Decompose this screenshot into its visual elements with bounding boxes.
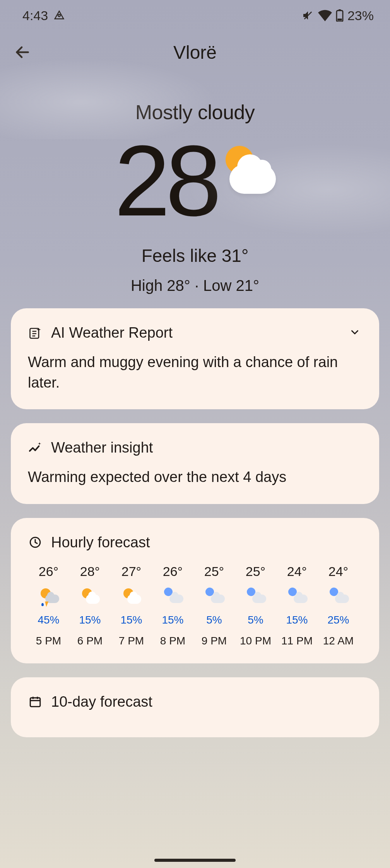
hourly-time: 9 PM (202, 635, 227, 647)
hourly-item[interactable]: 26°15%8 PM (152, 564, 193, 647)
hourly-precip: 15% (162, 614, 183, 626)
ai-report-body: Warm and muggy evening with a chance of … (28, 352, 362, 393)
back-button[interactable] (11, 41, 34, 64)
ai-report-title: AI Weather Report (51, 325, 340, 341)
svg-rect-6 (30, 698, 40, 707)
hourly-item[interactable]: 24°15%11 PM (276, 564, 318, 647)
ai-report-icon (28, 326, 43, 340)
clock-icon (28, 535, 43, 550)
condition-text: Mostly cloudy (0, 101, 390, 124)
app-notification-icon (53, 10, 65, 21)
hourly-item[interactable]: 26°45%5 PM (28, 564, 69, 647)
hourly-temp: 27° (121, 564, 141, 579)
hourly-precip: 15% (286, 614, 308, 626)
ten-day-forecast-card[interactable]: 10-day forecast (11, 677, 379, 737)
app-header: Vlorë (0, 31, 390, 73)
status-time: 4:43 (22, 8, 48, 23)
hourly-item[interactable]: 25°5%9 PM (193, 564, 235, 647)
hourly-item[interactable]: 28°15%6 PM (69, 564, 111, 647)
hourly-precip: 25% (327, 614, 349, 626)
hourly-precip: 45% (38, 614, 59, 626)
weather-insight-card[interactable]: Weather insight Warming expected over th… (11, 423, 379, 504)
hourly-temp: 28° (80, 564, 100, 579)
hourly-scroll[interactable]: 26°45%5 PM28°15%6 PM27°15%7 PM26°15%8 PM… (28, 564, 379, 647)
insight-title: Weather insight (51, 439, 362, 456)
hourly-weather-icon (287, 588, 308, 608)
hourly-item[interactable]: 25°5%10 PM (235, 564, 276, 647)
hourly-forecast-card[interactable]: Hourly forecast 26°45%5 PM28°15%6 PM27°1… (11, 518, 379, 663)
hourly-precip: 5% (206, 614, 222, 626)
svg-rect-2 (339, 9, 341, 11)
hourly-time: 11 PM (281, 635, 313, 647)
hourly-temp: 25° (204, 564, 224, 579)
hourly-weather-icon (80, 588, 101, 608)
hourly-precip: 15% (120, 614, 142, 626)
hourly-temp: 26° (163, 564, 183, 579)
hourly-weather-icon (38, 588, 59, 608)
insight-icon (28, 441, 43, 455)
hourly-item[interactable]: 24°25%12 AM (318, 564, 359, 647)
mute-icon (302, 9, 314, 22)
hourly-time: 7 PM (119, 635, 144, 647)
high-low: High 28° · Low 21° (0, 277, 390, 294)
insight-body: Warming expected over the next 4 days (28, 467, 362, 487)
hourly-precip: 15% (79, 614, 101, 626)
calendar-icon (28, 694, 43, 709)
hourly-weather-icon (204, 588, 225, 608)
hourly-weather-icon (162, 588, 183, 608)
ten-day-title: 10-day forecast (51, 694, 362, 710)
chevron-down-icon (349, 326, 362, 340)
hourly-temp: 25° (246, 564, 265, 579)
hourly-precip: 5% (248, 614, 263, 626)
hourly-temp: 24° (287, 564, 307, 579)
status-battery-pct: 23% (347, 8, 374, 23)
hourly-weather-icon (328, 588, 349, 608)
current-conditions: Mostly cloudy 28 Feels like 31° High 28°… (0, 73, 390, 294)
wifi-icon (318, 10, 332, 21)
hourly-weather-icon (121, 588, 142, 608)
hourly-temp: 24° (328, 564, 348, 579)
svg-point-0 (58, 14, 60, 17)
weather-icon-partly-cloudy (218, 146, 276, 204)
status-bar: 4:43 23% (0, 0, 390, 31)
hourly-temp: 26° (39, 564, 58, 579)
ai-weather-report-card[interactable]: AI Weather Report Warm and muggy evening… (11, 308, 379, 409)
current-temp: 28 (114, 135, 217, 226)
feels-like: Feels like 31° (0, 245, 390, 266)
hourly-weather-icon (245, 588, 266, 608)
hourly-time: 12 AM (323, 635, 354, 647)
hourly-time: 10 PM (240, 635, 271, 647)
location-title: Vlorë (173, 42, 217, 63)
hourly-time: 5 PM (36, 635, 61, 647)
svg-rect-3 (337, 19, 342, 21)
arrow-left-icon (14, 44, 31, 61)
hourly-title: Hourly forecast (51, 534, 362, 551)
battery-icon (336, 9, 344, 22)
gesture-nav-handle[interactable] (154, 859, 236, 862)
hourly-time: 6 PM (77, 635, 103, 647)
hourly-item[interactable]: 27°15%7 PM (111, 564, 152, 647)
hourly-time: 8 PM (160, 635, 185, 647)
